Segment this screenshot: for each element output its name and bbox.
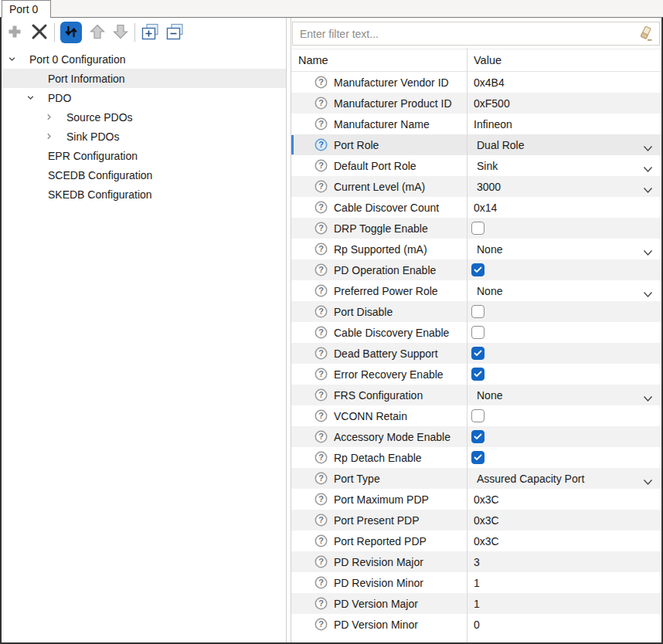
property-row-port-disable[interactable]: ? Port Disable	[291, 301, 661, 322]
help-icon[interactable]: ?	[314, 618, 328, 631]
property-row-manufacturer-name[interactable]: ? Manufacturer Name Infineon	[291, 114, 661, 134]
property-value-checkbox[interactable]	[471, 222, 484, 235]
property-row-pd-version-minor[interactable]: ? PD Version Minor 0	[291, 614, 661, 635]
help-icon[interactable]: ?	[314, 222, 328, 235]
property-row-manufacturer-vendor-id[interactable]: ? Manufacturer Vendor ID 0x4B4	[291, 72, 661, 93]
property-row-rp-supported-ma[interactable]: ? Rp Supported (mA) None	[291, 239, 661, 259]
property-value-text[interactable]: 0x4B4	[474, 76, 505, 89]
help-icon[interactable]: ?	[314, 180, 328, 193]
property-value-checkbox[interactable]	[471, 305, 484, 318]
property-row-port-role[interactable]: ? Port Role Dual Role	[291, 134, 661, 155]
property-row-pd-version-major[interactable]: ? PD Version Major 1	[291, 593, 661, 614]
property-row-error-recovery-enable[interactable]: ? Error Recovery Enable	[291, 364, 661, 385]
property-row-current-level-ma[interactable]: ? Current Level (mA) 3000	[291, 176, 661, 197]
property-value-dropdown[interactable]: Dual Role	[474, 134, 661, 155]
property-row-port-type[interactable]: ? Port Type Assured Capacity Port	[291, 468, 661, 489]
property-value-checkbox[interactable]	[471, 368, 484, 381]
tree-item-source-pdos[interactable]: Source PDOs	[2, 107, 286, 127]
help-icon[interactable]: ?	[314, 597, 328, 610]
tree-item-pdo[interactable]: PDO	[2, 88, 286, 107]
expand-all-button[interactable]	[141, 22, 160, 43]
help-icon[interactable]: ?	[314, 409, 328, 422]
help-icon[interactable]: ?	[314, 430, 328, 443]
property-row-default-port-role[interactable]: ? Default Port Role Sink	[291, 155, 661, 176]
property-row-pd-revision-major[interactable]: ? PD Revision Major 3	[291, 551, 661, 572]
help-icon[interactable]: ?	[314, 514, 328, 527]
tree-item-epr-configuration[interactable]: EPR Configuration	[2, 146, 286, 165]
property-value-dropdown[interactable]: None	[474, 280, 661, 301]
help-icon[interactable]: ?	[314, 305, 328, 318]
property-row-port-present-pdp[interactable]: ? Port Present PDP 0x3C	[291, 510, 661, 530]
tree-item-port-0-configuration[interactable]: Port 0 Configuration	[2, 49, 286, 69]
property-value-text[interactable]: 3	[474, 556, 480, 568]
property-value-text[interactable]: 0x14	[474, 202, 497, 214]
help-icon[interactable]: ?	[314, 555, 328, 568]
property-row-vconn-retain[interactable]: ? VCONN Retain	[291, 405, 661, 426]
help-icon[interactable]: ?	[314, 159, 328, 172]
move-down-button[interactable]	[112, 23, 129, 42]
property-value-checkbox[interactable]	[471, 430, 484, 443]
property-value-checkbox[interactable]	[471, 326, 484, 339]
property-value-text[interactable]: 0x3C	[474, 535, 499, 547]
help-icon[interactable]: ?	[314, 347, 328, 360]
property-value-dropdown[interactable]: Assured Capacity Port	[474, 468, 661, 489]
add-button[interactable]	[6, 23, 23, 42]
property-value-text[interactable]: 0xF500	[474, 97, 510, 110]
column-header-name[interactable]: Name	[291, 49, 467, 71]
tab-port-0[interactable]: Port 0	[2, 0, 51, 18]
help-icon[interactable]: ?	[314, 451, 328, 464]
tree-item-sink-pdos[interactable]: Sink PDOs	[2, 127, 286, 146]
filter-input[interactable]	[293, 28, 637, 40]
property-value-checkbox[interactable]	[471, 263, 484, 276]
property-value-text[interactable]: 0x3C	[474, 514, 499, 527]
help-icon[interactable]: ?	[314, 388, 328, 402]
tree-item-scedb-configuration[interactable]: SCEDB Configuration	[2, 165, 286, 185]
help-icon[interactable]: ?	[314, 117, 328, 130]
property-row-dead-battery-support[interactable]: ? Dead Battery Support	[291, 343, 661, 364]
help-icon[interactable]: ?	[314, 472, 328, 485]
help-icon[interactable]: ?	[314, 576, 328, 589]
help-icon[interactable]: ?	[314, 97, 328, 110]
property-row-port-reported-pdp[interactable]: ? Port Reported PDP 0x3C	[291, 530, 661, 551]
property-row-port-maximum-pdp[interactable]: ? Port Maximum PDP 0x3C	[291, 489, 661, 510]
property-value-checkbox[interactable]	[471, 409, 484, 422]
property-value-checkbox[interactable]	[471, 347, 484, 360]
property-row-cable-discovery-enable[interactable]: ? Cable Discovery Enable	[291, 322, 661, 343]
property-value-text[interactable]: 1	[474, 598, 480, 610]
property-value-text[interactable]: 1	[474, 577, 480, 589]
tree-item-port-information[interactable]: Port Information	[2, 69, 286, 88]
help-icon[interactable]: ?	[314, 493, 328, 506]
tree-item-skedb-configuration[interactable]: SKEDB Configuration	[2, 185, 286, 204]
property-value-text[interactable]: 0x3C	[474, 493, 499, 506]
property-row-preferred-power-role[interactable]: ? Preferred Power Role None	[291, 280, 661, 301]
property-row-pd-revision-minor[interactable]: ? PD Revision Minor 1	[291, 572, 661, 593]
property-row-manufacturer-product-id[interactable]: ? Manufacturer Product ID 0xF500	[291, 93, 661, 114]
eraser-icon[interactable]	[637, 25, 654, 42]
swap-move-button[interactable]	[60, 22, 82, 43]
delete-button[interactable]	[30, 23, 49, 42]
help-icon[interactable]: ?	[314, 138, 328, 151]
property-row-frs-configuration[interactable]: ? FRS Configuration None	[291, 385, 661, 405]
help-icon[interactable]: ?	[314, 242, 328, 256]
property-value-dropdown[interactable]: 3000	[474, 176, 661, 197]
property-row-drp-toggle-enable[interactable]: ? DRP Toggle Enable	[291, 218, 661, 239]
move-up-button[interactable]	[89, 23, 106, 42]
property-row-accessory-mode-enable[interactable]: ? Accessory Mode Enable	[291, 426, 661, 447]
help-icon[interactable]: ?	[314, 326, 328, 339]
property-row-pd-operation-enable[interactable]: ? PD Operation Enable	[291, 259, 661, 280]
help-icon[interactable]: ?	[314, 534, 328, 547]
help-icon[interactable]: ?	[314, 284, 328, 297]
help-icon[interactable]: ?	[314, 76, 328, 89]
panel-splitter[interactable]	[286, 18, 291, 642]
help-icon[interactable]: ?	[314, 368, 328, 381]
property-value-dropdown[interactable]: None	[474, 239, 661, 259]
property-value-dropdown[interactable]: Sink	[474, 155, 661, 176]
help-icon[interactable]: ?	[314, 263, 328, 276]
property-value-dropdown[interactable]: None	[474, 385, 661, 405]
column-header-value[interactable]: Value	[467, 49, 661, 71]
property-row-rp-detach-enable[interactable]: ? Rp Detach Enable	[291, 447, 661, 468]
property-value-text[interactable]: 0	[474, 619, 480, 631]
help-icon[interactable]: ?	[314, 201, 328, 214]
collapse-all-button[interactable]	[165, 22, 185, 43]
property-value-checkbox[interactable]	[471, 451, 484, 464]
